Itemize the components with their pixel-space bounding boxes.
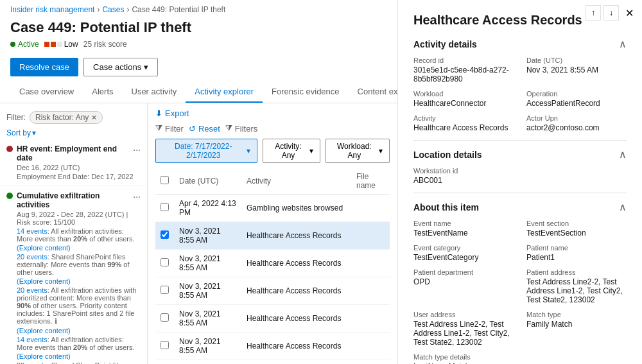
row-activity: Healthcare Access Records <box>241 360 351 365</box>
sort-row[interactable]: Sort by ▾ <box>0 126 147 139</box>
match-type-value: Family Match <box>526 320 627 329</box>
row-date: Nov 3, 2021 8:55 AM <box>174 333 241 360</box>
filter-pipe-icon: ⧩ <box>155 123 162 134</box>
record-id-value: 301e5e1d-c5ee-4b8d-a272-8b5bf892b980 <box>413 65 514 83</box>
activity-filter-dropdown[interactable]: Activity: Any ▾ <box>263 139 320 163</box>
dropdown-row: Date: 7/17/2022-2/17/2023 ▾ Activity: An… <box>155 139 390 163</box>
row-checkbox-1[interactable] <box>160 230 169 239</box>
nav-down-button[interactable]: ↓ <box>603 5 619 21</box>
tab-activity-explorer[interactable]: Activity explorer <box>186 82 263 103</box>
row-checkbox-cell <box>155 222 174 250</box>
record-id-label: Record id <box>413 56 514 64</box>
row-checkbox-3[interactable] <box>160 286 169 294</box>
patient-dept-label: Patient department <box>413 268 514 276</box>
explore-link-2[interactable]: (Explore content) <box>17 277 71 285</box>
filter-label: Filter: <box>6 113 26 122</box>
about-item-toggle[interactable]: ∧ <box>619 201 627 213</box>
list-dot-red <box>6 146 13 152</box>
resolve-case-button[interactable]: Resolve case <box>10 58 78 76</box>
col-activity: Activity <box>241 168 351 195</box>
event-category-label: Event category <box>413 244 514 252</box>
event-section-label: Event section <box>526 220 627 227</box>
status-dot <box>10 42 15 47</box>
list-item-0-more-icon[interactable]: ··· <box>133 144 141 155</box>
tab-user-activity[interactable]: User activity <box>123 82 186 103</box>
list-item-1-more-icon[interactable]: ··· <box>133 191 141 202</box>
event-name-value: TestEventName <box>413 229 514 238</box>
tab-forensic-evidence[interactable]: Forensic evidence <box>263 82 349 103</box>
row-checkbox-4[interactable] <box>160 313 169 322</box>
explore-link-1[interactable]: (Explore content) <box>17 244 71 252</box>
table-row[interactable]: Nov 3, 2021 8:55 AM Healthcare Access Re… <box>155 222 390 250</box>
close-button[interactable]: ✕ <box>621 5 637 21</box>
table-row[interactable]: Nov 3, 2021 8:55 AM Healthcare Access Re… <box>155 360 390 365</box>
row-filename <box>351 222 390 250</box>
breadcrumb-link-1[interactable]: Insider risk management <box>10 5 94 14</box>
case-meta: Active Low 25 risk score <box>10 40 387 49</box>
severity-label: Low <box>64 40 78 49</box>
filters-icon: ⧩ <box>225 123 232 134</box>
row-checkbox-cell <box>155 333 174 360</box>
workload-filter-dropdown[interactable]: Workload: Any ▾ <box>325 139 390 163</box>
nav-controls: ↑ ↓ ✕ <box>586 5 637 21</box>
row-activity: Healthcare Access Records <box>241 305 351 333</box>
list-item-1[interactable]: Cumulative exfiltration activities ··· A… <box>0 186 147 364</box>
case-actions-label: Case actions <box>93 62 141 72</box>
filters-button[interactable]: ⧩ Filters <box>225 123 257 134</box>
breadcrumb-link-2[interactable]: Cases <box>102 5 124 14</box>
table-row[interactable]: Nov 3, 2021 8:55 AM Healthcare Access Re… <box>155 250 390 277</box>
match-type-label: Match type <box>526 311 627 318</box>
tab-content-explorer[interactable]: Content explorer <box>349 82 398 103</box>
row-filename <box>351 305 390 333</box>
reset-button[interactable]: ↺ Reset <box>189 124 220 134</box>
col-checkbox <box>155 168 174 195</box>
breadcrumb: Insider risk management › Cases › Case 4… <box>0 0 397 17</box>
filter-clear-icon[interactable]: ✕ <box>91 114 97 122</box>
reset-icon: ↺ <box>189 124 196 134</box>
activity-chevron-icon: ▾ <box>309 146 313 155</box>
activity-table: Date (UTC) Activity File name Apr 4, 202… <box>155 168 390 364</box>
tab-case-overview[interactable]: Case overview <box>10 82 83 103</box>
row-checkbox-0[interactable] <box>160 203 169 211</box>
case-actions-button[interactable]: Case actions ▾ <box>83 58 158 76</box>
table-row[interactable]: Nov 3, 2021 8:55 AM Healthcare Access Re… <box>155 333 390 360</box>
filter-button[interactable]: ⧩ Filter <box>155 123 184 134</box>
patient-address-item: Patient address Test Address Line2-2, Te… <box>526 268 627 304</box>
event-section-value: TestEventSection <box>526 229 627 238</box>
breadcrumb-current: Case 449: Potential IP theft <box>132 5 225 14</box>
activity-label: Activity <box>413 114 514 122</box>
activity-details-toggle[interactable]: ∧ <box>619 38 627 50</box>
sidebar-list: Filter: Risk factor: Any ✕ Sort by ▾ HR … <box>0 103 148 364</box>
explore-link-3[interactable]: (Explore content) <box>17 327 71 334</box>
row-activity: Healthcare Access Records <box>241 333 351 360</box>
table-row[interactable]: Nov 3, 2021 8:55 AM Healthcare Access Re… <box>155 277 390 305</box>
status-label: Active <box>18 40 39 49</box>
status-active: Active <box>10 40 39 49</box>
chevron-down-icon: ▾ <box>144 62 148 72</box>
explore-link-4[interactable]: (Explore content) <box>17 352 71 360</box>
workstation-id-label: Workstation id <box>413 167 514 175</box>
date-filter-dropdown[interactable]: Date: 7/17/2022-2/17/2023 ▾ <box>155 139 257 163</box>
row-checkbox-5[interactable] <box>160 341 169 349</box>
table-row[interactable]: Apr 4, 2022 4:13 PM Gambling websites br… <box>155 195 390 222</box>
location-details-toggle[interactable]: ∧ <box>619 148 627 160</box>
user-address-label: User address <box>413 311 514 318</box>
nav-up-button[interactable]: ↑ <box>586 5 601 21</box>
location-details-grid: Workstation id ABC001 <box>413 167 627 185</box>
row-filename <box>351 333 390 360</box>
filter-tag[interactable]: Risk factor: Any ✕ <box>30 111 103 124</box>
row-activity: Gambling websites browsed <box>241 195 351 222</box>
divider-2 <box>413 193 627 193</box>
right-panel: ↑ ↓ ✕ Healthcare Access Records Activity… <box>398 0 642 364</box>
select-all-checkbox[interactable] <box>160 176 169 184</box>
list-item-0[interactable]: HR event: Employment end date ··· Dec 16… <box>0 139 147 186</box>
row-date: Nov 3, 2021 8:55 AM <box>174 250 241 277</box>
tab-alerts[interactable]: Alerts <box>83 82 122 103</box>
row-date: Nov 3, 2021 8:55 AM <box>174 305 241 333</box>
export-button[interactable]: ⬇ Export <box>155 108 189 118</box>
row-date: Nov 3, 2021 8:55 AM <box>174 360 241 365</box>
row-checkbox-2[interactable] <box>160 258 169 266</box>
row-filename <box>351 277 390 305</box>
table-row[interactable]: Nov 3, 2021 8:55 AM Healthcare Access Re… <box>155 305 390 333</box>
activity-item: Activity Healthcare Access Records <box>413 114 514 132</box>
